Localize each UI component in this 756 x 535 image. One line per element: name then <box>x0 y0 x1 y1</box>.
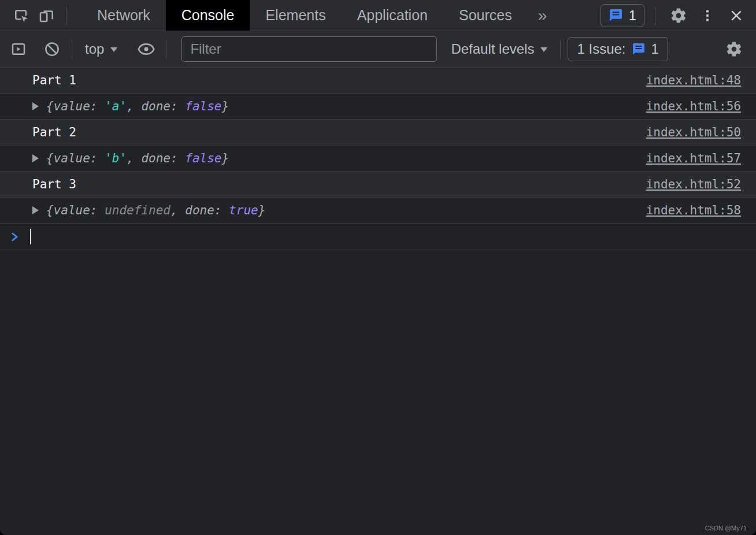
toolbar-separator <box>560 40 561 58</box>
tab-application[interactable]: Application <box>342 0 443 31</box>
log-message-text: Part 1 <box>32 73 76 87</box>
clear-console-button[interactable] <box>39 36 65 62</box>
object-preview-token: {value: <box>46 151 105 165</box>
filter-input[interactable] <box>181 36 437 62</box>
console-message-text: Part 1 <box>32 73 76 87</box>
console-message-text: Part 2 <box>32 125 76 139</box>
object-preview-token: , done: <box>171 203 229 217</box>
device-toolbar-button[interactable] <box>34 3 59 28</box>
source-link[interactable]: index.html:50 <box>635 125 741 139</box>
close-devtools-button[interactable] <box>724 3 749 28</box>
tab-label: Application <box>357 7 428 24</box>
console-message-text: Part 3 <box>32 177 76 191</box>
inspect-element-button[interactable] <box>8 3 34 28</box>
issues-counter-button[interactable]: 1 Issue: 1 <box>568 37 668 61</box>
object-preview-token: {value: <box>46 203 105 217</box>
source-link[interactable]: index.html:52 <box>635 177 741 191</box>
tabbar-separator <box>655 6 655 25</box>
console-toolbar: top Default levels 1 Issue: 1 <box>0 31 756 68</box>
watermark: CSDN @My71 <box>705 525 747 532</box>
console-message-row: Part 2index.html:50 <box>0 120 756 146</box>
tab-elements[interactable]: Elements <box>250 0 341 31</box>
panel-tabs: Network Console Elements Application Sou… <box>81 0 528 31</box>
close-icon <box>729 8 744 23</box>
context-selector-label: top <box>85 41 104 57</box>
object-preview-token: true <box>229 203 258 217</box>
tabbar-separator <box>66 6 66 25</box>
tabbar-right-controls: 1 <box>601 3 756 28</box>
object-preview-token: , done: <box>127 151 185 165</box>
tab-network[interactable]: Network <box>81 0 166 31</box>
console-message-row: Part 3index.html:52 <box>0 172 756 198</box>
chevron-down-icon <box>110 47 117 55</box>
chevron-down-icon <box>540 47 547 55</box>
console-prompt[interactable] <box>0 224 756 250</box>
issues-counter-count: 1 <box>651 41 659 57</box>
issues-bubble-icon <box>609 8 623 23</box>
expand-triangle-icon[interactable] <box>32 206 43 214</box>
settings-button[interactable] <box>666 3 691 28</box>
tab-label: Console <box>181 7 235 24</box>
clear-console-icon <box>43 40 61 58</box>
object-preview-token: } <box>221 151 229 165</box>
issues-count: 1 <box>629 8 636 24</box>
log-levels-label: Default levels <box>451 41 534 57</box>
console-messages: Part 1index.html:48{value: 'a', done: fa… <box>0 68 756 224</box>
tab-label: Elements <box>265 7 325 24</box>
sidebar-play-icon <box>10 40 27 58</box>
prompt-chevron-icon <box>9 231 20 243</box>
double-chevron-icon: » <box>538 6 547 25</box>
kebab-menu-icon <box>700 8 715 23</box>
more-tabs-button[interactable]: » <box>528 0 558 31</box>
log-message-text: Part 3 <box>32 177 76 191</box>
console-sidebar-toggle-button[interactable] <box>6 36 31 62</box>
tab-label: Network <box>97 7 150 24</box>
inspect-cursor-icon <box>12 7 29 24</box>
object-preview-token: , done: <box>127 99 185 113</box>
console-message-row: {value: 'b', done: false}index.html:57 <box>0 146 756 172</box>
toolbar-separator <box>72 40 72 58</box>
live-expression-button[interactable] <box>134 36 159 62</box>
console-message-row: {value: 'a', done: false}index.html:56 <box>0 94 756 120</box>
source-link[interactable]: index.html:48 <box>635 73 741 87</box>
console-message-text: {value: 'b', done: false} <box>32 151 229 165</box>
tab-console[interactable]: Console <box>166 0 250 31</box>
issues-counter-label: 1 Issue: <box>577 41 625 57</box>
expand-triangle-icon[interactable] <box>32 102 43 110</box>
eye-icon <box>137 40 155 58</box>
text-cursor <box>30 229 31 244</box>
object-preview-token: 'b' <box>105 151 127 165</box>
more-options-button[interactable] <box>695 3 720 28</box>
log-levels-dropdown[interactable]: Default levels <box>445 41 553 57</box>
console-message-text: {value: 'a', done: false} <box>32 99 229 113</box>
console-message-row: Part 1index.html:48 <box>0 68 756 94</box>
object-preview-token: } <box>258 203 266 217</box>
source-link[interactable]: index.html:56 <box>635 99 741 113</box>
console-panel: Part 1index.html:48{value: 'a', done: fa… <box>0 68 756 535</box>
object-preview-token: 'a' <box>105 99 127 113</box>
toolbar-separator <box>166 40 166 58</box>
object-preview-token: false <box>185 99 221 113</box>
expand-triangle-icon[interactable] <box>32 154 43 162</box>
gear-icon <box>670 7 687 24</box>
devtools-tabbar: Network Console Elements Application Sou… <box>0 0 756 31</box>
object-preview-token: false <box>185 151 221 165</box>
source-link[interactable]: index.html:58 <box>635 203 741 217</box>
context-selector-dropdown[interactable]: top <box>79 41 123 57</box>
device-toolbar-icon <box>38 7 55 24</box>
tab-label: Sources <box>459 7 512 24</box>
issues-bubble-icon <box>632 42 646 56</box>
object-preview-token: } <box>221 99 229 113</box>
object-preview-token: undefined <box>105 203 171 217</box>
log-message-text: Part 2 <box>32 125 76 139</box>
object-preview-token: {value: <box>46 99 105 113</box>
console-message-text: {value: undefined, done: true} <box>32 203 265 217</box>
gear-icon <box>725 40 743 58</box>
source-link[interactable]: index.html:57 <box>635 151 741 165</box>
tab-sources[interactable]: Sources <box>443 0 528 31</box>
console-message-row: {value: undefined, done: true}index.html… <box>0 198 756 224</box>
console-settings-button[interactable] <box>721 36 747 62</box>
devtools-window: Network Console Elements Application Sou… <box>0 0 756 535</box>
issues-badge-button[interactable]: 1 <box>601 4 644 27</box>
